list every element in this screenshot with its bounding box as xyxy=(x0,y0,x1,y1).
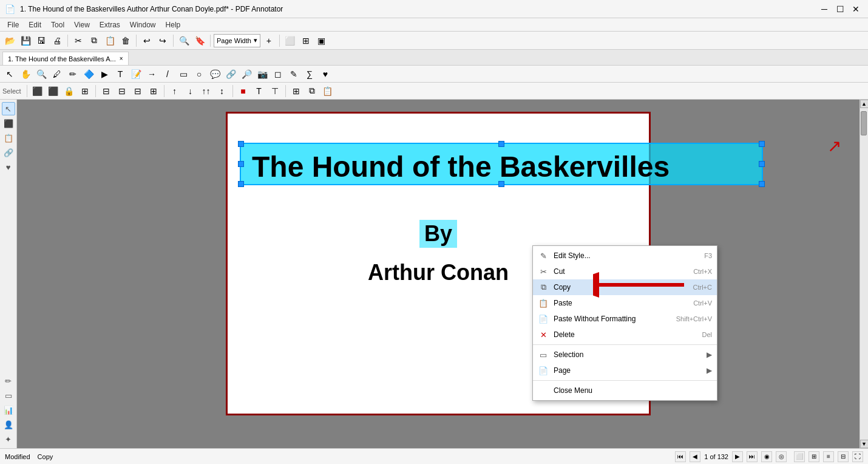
save2-button[interactable]: 🖫 xyxy=(34,33,49,48)
maximize-button[interactable]: ☐ xyxy=(833,2,847,16)
view-thumb[interactable]: ⊟ xyxy=(838,451,849,462)
zoom-plus-button[interactable]: + xyxy=(262,33,276,48)
sidebar-pages[interactable]: 📋 xyxy=(2,131,15,145)
zoom-in-nav[interactable]: ◎ xyxy=(776,451,787,462)
undo-button[interactable]: ↩ xyxy=(140,33,154,48)
copy-tb-button[interactable]: ⧉ xyxy=(87,33,101,48)
fav-button[interactable]: ♥ xyxy=(318,67,333,81)
ellipse-button[interactable]: ○ xyxy=(192,67,206,81)
prev-page-button[interactable]: ◀ xyxy=(690,451,700,462)
menu-extras[interactable]: Extras xyxy=(95,19,125,30)
cm-paste-noformat[interactable]: 📄 Paste Without Formatting Shift+Ctrl+V xyxy=(533,311,717,327)
handle-tl[interactable] xyxy=(238,141,244,147)
order3-button[interactable]: ↑↑ xyxy=(199,84,214,98)
cm-close-menu[interactable]: Close Menu xyxy=(533,383,717,398)
more1-button[interactable]: ⊞ xyxy=(78,84,92,98)
handle-br[interactable] xyxy=(759,181,765,187)
copy2-button[interactable]: ⧉ xyxy=(305,84,319,98)
print-button[interactable]: 🖨 xyxy=(50,33,64,48)
lock-button[interactable]: 🔒 xyxy=(62,84,76,98)
sidebar-chart[interactable]: 📊 xyxy=(2,403,15,417)
open-button[interactable]: 📂 xyxy=(2,33,17,48)
close-button[interactable]: ✕ xyxy=(849,2,863,16)
extras-button[interactable]: ∑ xyxy=(302,67,317,81)
align2-button[interactable]: ⬛ xyxy=(46,84,61,98)
page-width-dropdown[interactable]: Page Width ▾ xyxy=(214,34,260,47)
document-tab[interactable]: 1. The Hound of the Baskervilles A... × xyxy=(2,52,129,65)
view3-button[interactable]: ▣ xyxy=(314,33,329,48)
scroll-up-button[interactable]: ▲ xyxy=(860,100,869,108)
menu-help[interactable]: Help xyxy=(161,19,186,30)
sidebar-fav[interactable]: ♥ xyxy=(2,160,15,174)
first-page-button[interactable]: ⏮ xyxy=(675,451,686,462)
highlight-button[interactable]: 🖊 xyxy=(50,67,64,81)
link-button[interactable]: 🔗 xyxy=(223,67,238,81)
sidebar-magic[interactable]: ✦ xyxy=(2,432,15,446)
paste2-button[interactable]: 📋 xyxy=(320,84,335,98)
save-button[interactable]: 💾 xyxy=(18,33,33,48)
dist2-button[interactable]: ⊟ xyxy=(115,84,129,98)
cm-selection[interactable]: ▭ Selection ▶ xyxy=(533,347,717,363)
callout-button[interactable]: 💬 xyxy=(208,67,222,81)
dist4-button[interactable]: ⊞ xyxy=(146,84,161,98)
cm-delete[interactable]: ✕ Delete Del xyxy=(533,327,717,343)
menu-window[interactable]: Window xyxy=(125,19,161,30)
sidebar-pencil[interactable]: ✏ xyxy=(2,374,15,387)
line-button[interactable]: / xyxy=(160,67,175,81)
pen-button[interactable]: ✏ xyxy=(66,67,80,81)
cut-tb-button[interactable]: ✂ xyxy=(71,33,86,48)
delete-tb-button[interactable]: 🗑 xyxy=(118,33,133,48)
scroll-track[interactable] xyxy=(860,108,868,440)
shape-button[interactable]: ▶ xyxy=(97,67,112,81)
cm-edit-style[interactable]: ✎ Edit Style... F3 xyxy=(533,248,717,264)
note-button[interactable]: 📝 xyxy=(129,67,143,81)
sidebar-select[interactable]: ↖ xyxy=(2,102,15,115)
view1-button[interactable]: ⬜ xyxy=(283,33,297,48)
sidebar-layers[interactable]: ⬛ xyxy=(2,117,15,130)
redo-button[interactable]: ↪ xyxy=(155,33,170,48)
opacity-button[interactable]: ⊤ xyxy=(268,84,282,98)
handle-mr[interactable] xyxy=(759,161,765,167)
sidebar-person[interactable]: 👤 xyxy=(2,418,15,431)
tab-close-button[interactable]: × xyxy=(120,55,123,62)
menu-view[interactable]: View xyxy=(69,19,95,30)
align1-button[interactable]: ⬛ xyxy=(30,84,45,98)
cm-page[interactable]: 📄 Page ▶ xyxy=(533,363,717,378)
next-page-button[interactable]: ▶ xyxy=(732,451,743,462)
pencil-button[interactable]: ✎ xyxy=(287,67,301,81)
view-full[interactable]: ⛶ xyxy=(852,451,863,462)
view-single[interactable]: ⬜ xyxy=(794,451,805,462)
sidebar-links[interactable]: 🔗 xyxy=(2,146,15,159)
zoom-in-button[interactable]: 🔍 xyxy=(34,67,49,81)
menu-tool[interactable]: Tool xyxy=(46,19,69,30)
handle-tr[interactable] xyxy=(759,141,765,147)
handle-tc[interactable] xyxy=(498,141,504,147)
snapshot-button[interactable]: 📷 xyxy=(255,67,270,81)
last-page-button[interactable]: ⏭ xyxy=(747,451,758,462)
zoom-out-nav[interactable]: ◉ xyxy=(761,451,772,462)
color1-button[interactable]: ■ xyxy=(236,84,251,98)
arrow-tool-button[interactable]: → xyxy=(144,67,159,81)
scroll-down-button[interactable]: ▼ xyxy=(860,440,869,448)
dist3-button[interactable]: ⊟ xyxy=(131,84,145,98)
view-double[interactable]: ⊞ xyxy=(809,451,819,462)
rect-button[interactable]: ▭ xyxy=(176,67,191,81)
stamp-button[interactable]: 🔷 xyxy=(81,67,96,81)
order2-button[interactable]: ↓ xyxy=(183,84,198,98)
valign-button[interactable]: ↕ xyxy=(215,84,229,98)
dist1-button[interactable]: ⊟ xyxy=(99,84,114,98)
view2-button[interactable]: ⊞ xyxy=(299,33,313,48)
text-button[interactable]: T xyxy=(113,67,127,81)
group1-button[interactable]: ⊞ xyxy=(289,84,303,98)
bookmark-button[interactable]: 🔖 xyxy=(192,33,207,48)
select-arrow-button[interactable]: ↖ xyxy=(2,67,17,81)
find-button[interactable]: 🔍 xyxy=(177,33,191,48)
order1-button[interactable]: ↑ xyxy=(168,84,182,98)
hand-button[interactable]: ✋ xyxy=(18,67,33,81)
view-scroll[interactable]: ≡ xyxy=(823,451,834,462)
sidebar-stamp2[interactable]: ▭ xyxy=(2,389,15,402)
menu-edit[interactable]: Edit xyxy=(24,19,46,30)
handle-bl[interactable] xyxy=(238,181,244,187)
search-tool-button[interactable]: 🔎 xyxy=(239,67,254,81)
textcolor-button[interactable]: T xyxy=(252,84,266,98)
